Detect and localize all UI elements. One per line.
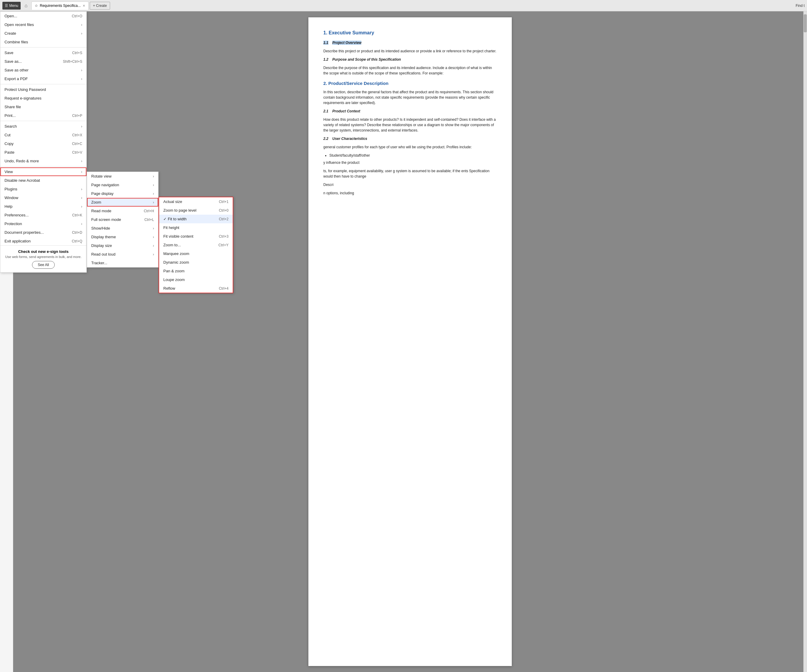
menu-item-print-shortcut: Ctrl+P (72, 114, 82, 118)
zoom-dynamic-left: Dynamic zoom (163, 260, 189, 265)
zoom-pan-label: Pan & zoom (163, 269, 184, 273)
menu-item-print[interactable]: Print... Ctrl+P (0, 111, 86, 120)
main-layout: ↖ ⊞ ✏ ∫ A ✎ ··· 1. Executive Summary 1.1… (0, 12, 807, 672)
zoom-to[interactable]: Zoom to... Ctrl+Y (159, 241, 233, 249)
rotate-arrow-icon: › (153, 174, 154, 179)
save-as-other-arrow-icon: › (81, 68, 82, 72)
show-hide-arrow-icon: › (153, 226, 154, 230)
submenu-read-mode-label: Read mode (91, 209, 111, 213)
submenu-display-size-label: Display size (91, 243, 112, 248)
zoom-to-left: Zoom to... (163, 243, 181, 247)
tab-title: Requirements Specifica... (40, 3, 81, 8)
menu-item-open-shortcut: Ctrl+O (72, 14, 82, 18)
zoom-loupe-label: Loupe zoom (163, 277, 185, 282)
menu-item-search[interactable]: Search › (0, 122, 86, 131)
submenu-item-display-size[interactable]: Display size › (87, 241, 158, 250)
menu-item-exit[interactable]: Exit application Ctrl+Q (0, 237, 86, 245)
menu-item-protection[interactable]: Protection › (0, 219, 86, 228)
menu-item-paste-shortcut: Ctrl+V (72, 151, 82, 154)
menu-item-undo[interactable]: Undo, Redo & more › (0, 157, 86, 165)
promo-title: Check out new e-sign tools (5, 249, 82, 254)
zoom-marquee-label: Marquee zoom (163, 252, 189, 256)
menu-item-search-label: Search (5, 124, 17, 129)
menu-item-open-recent-label: Open recent files (5, 22, 34, 27)
menu-item-save-as-other-label: Save as other (5, 68, 28, 72)
zoom-reflow-shortcut: Ctrl+4 (219, 286, 229, 291)
zoom-page-level[interactable]: Zoom to page level Ctrl+0 (159, 206, 233, 215)
zoom-loupe[interactable]: Loupe zoom (159, 275, 233, 284)
menu-item-window[interactable]: Window › (0, 194, 86, 202)
zoom-fit-height-left: Fit height (163, 225, 179, 230)
menu-button[interactable]: ☰ Menu (2, 2, 21, 10)
submenu-item-read-aloud[interactable]: Read out loud › (87, 250, 158, 258)
menu-item-save-as-label: Save as... (5, 59, 22, 64)
submenu-item-read-mode[interactable]: Read mode Ctrl+H (87, 207, 158, 215)
menu-item-disable-acrobat[interactable]: Disable new Acrobat (0, 176, 86, 185)
zoom-reflow[interactable]: Reflow Ctrl+4 (159, 284, 233, 293)
submenu-tracker-label: Tracker... (91, 261, 107, 265)
page-nav-arrow-icon: › (153, 183, 154, 187)
submenu-item-page-nav[interactable]: Page navigation › (87, 180, 158, 189)
create-button[interactable]: + Create (90, 2, 110, 10)
menu-item-open-recent[interactable]: Open recent files › (0, 20, 86, 29)
hamburger-icon: ☰ (5, 3, 8, 8)
menu-item-share[interactable]: Share file (0, 103, 86, 111)
home-button[interactable]: ⌂ (22, 2, 30, 10)
zoom-to-shortcut: Ctrl+Y (218, 243, 229, 247)
submenu-item-tracker[interactable]: Tracker... (87, 258, 158, 267)
menu-item-copy[interactable]: Copy Ctrl+C (0, 139, 86, 148)
menu-item-doc-properties-shortcut: Ctrl+D (72, 230, 82, 235)
submenu-fullscreen-label: Full screen mode (91, 217, 121, 222)
zoom-fit-width-left: ✓ Fit to width (163, 217, 187, 221)
protection-arrow-icon: › (81, 222, 82, 226)
menu-item-help-label: Help (5, 204, 13, 209)
zoom-actual-size[interactable]: Actual size Ctrl+1 (159, 197, 233, 206)
create-label: + Create (93, 3, 107, 8)
zoom-marquee[interactable]: Marquee zoom (159, 249, 233, 258)
zoom-pan[interactable]: Pan & zoom (159, 266, 233, 275)
zoom-dynamic[interactable]: Dynamic zoom (159, 258, 233, 266)
zoom-page-level-label: Zoom to page level (163, 208, 196, 212)
menu-item-esign[interactable]: Request e-signatures (0, 94, 86, 103)
menu-item-paste[interactable]: Paste Ctrl+V (0, 148, 86, 157)
submenu-item-zoom[interactable]: Zoom › (87, 198, 158, 207)
menu-item-save-as[interactable]: Save as... Shift+Ctrl+S (0, 57, 86, 66)
menu-item-doc-properties[interactable]: Document properties... Ctrl+D (0, 228, 86, 237)
zoom-reflow-label: Reflow (163, 286, 175, 291)
menu-item-save-as-other[interactable]: Save as other › (0, 66, 86, 74)
menu-label: Menu (9, 3, 18, 8)
submenu-item-fullscreen[interactable]: Full screen mode Ctrl+L (87, 215, 158, 224)
menu-item-combine[interactable]: Combine files (0, 38, 86, 46)
submenu-show-hide-label: Show/Hide (91, 226, 110, 230)
menu-item-save[interactable]: Save Ctrl+S (0, 48, 86, 57)
zoom-fit-visible[interactable]: Fit visible content Ctrl+3 (159, 232, 233, 241)
menu-item-create[interactable]: Create › (0, 29, 86, 38)
read-aloud-arrow-icon: › (153, 252, 154, 257)
menu-item-preferences[interactable]: Preferences... Ctrl+K (0, 211, 86, 219)
menu-item-help[interactable]: Help › (0, 202, 86, 211)
menu-item-protect[interactable]: Protect Using Password (0, 85, 86, 94)
menu-item-cut[interactable]: Cut Ctrl+X (0, 131, 86, 139)
menu-item-plugins[interactable]: Plugins › (0, 185, 86, 194)
see-all-button[interactable]: See All (32, 261, 55, 269)
menu-item-exit-label: Exit application (5, 239, 30, 243)
zoom-fit-width[interactable]: ✓ Fit to width Ctrl+2 (159, 215, 233, 223)
submenu-item-page-display[interactable]: Page display › (87, 189, 158, 198)
display-size-arrow-icon: › (153, 243, 154, 248)
menu-item-create-label: Create (5, 31, 16, 36)
menu-item-view[interactable]: View › (0, 167, 86, 176)
submenu-page-display-label: Page display (91, 191, 113, 196)
zoom-fit-height[interactable]: Fit height (159, 223, 233, 232)
menu-item-copy-label: Copy (5, 141, 13, 146)
submenu-page-nav-label: Page navigation (91, 183, 119, 187)
submenu-item-display-theme[interactable]: Display theme › (87, 233, 158, 241)
zoom-submenu: Actual size Ctrl+1 Zoom to page level Ct… (159, 197, 233, 293)
zoom-arrow-icon: › (153, 200, 154, 204)
tab-close-button[interactable]: ✕ (83, 4, 85, 8)
menu-item-open[interactable]: Open... Ctrl+O (0, 12, 86, 20)
find-text: Find t (795, 3, 805, 8)
menu-item-export-pdf[interactable]: Export a PDF › (0, 74, 86, 83)
submenu-item-rotate[interactable]: Rotate view › (87, 172, 158, 180)
submenu-item-show-hide[interactable]: Show/Hide › (87, 224, 158, 233)
document-tab[interactable]: ☆ Requirements Specifica... ✕ (32, 2, 88, 10)
